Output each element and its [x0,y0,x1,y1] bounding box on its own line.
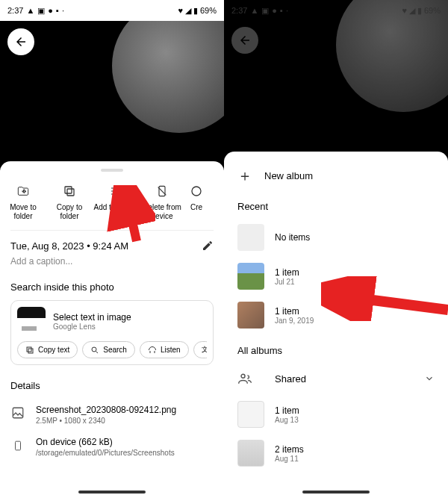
album-thumb [237,302,264,329]
status-more: · [286,6,288,15]
album-item[interactable]: 1 item Aug 13 [224,395,448,434]
action-delete-from-device[interactable]: Delete from device [139,184,185,221]
action-copy-to-folder[interactable]: Copy to folder [46,184,93,221]
action-label: Move to folder [0,203,46,221]
album-item[interactable]: 1 item Jul 21 [224,257,448,296]
album-item[interactable]: 1 item Jan 9, 2019 [224,296,448,334]
battery-icon: ▮ [417,6,422,16]
photo-time: 9:24 AM [93,240,128,252]
status-app-icon: ▪ [280,6,283,15]
signal-icon: ◢ [185,6,191,16]
caption-input[interactable]: Add a caption... [0,255,224,277]
battery-percent: 69% [200,6,217,15]
nav-bar[interactable] [302,491,370,494]
sheet-handle[interactable] [101,169,123,172]
shared-albums-row[interactable]: Shared [224,362,448,395]
status-app-icon: ● [272,6,277,15]
status-time: 2:37 [7,6,23,15]
nav-bar[interactable] [78,491,146,494]
device-path: /storage/emulated/0/Pictures/Screenshots [36,449,175,457]
album-date: Jul 21 [275,278,299,286]
photo-viewer[interactable] [0,21,224,170]
photo-date: Tue, Aug 8, 2023 [10,240,84,252]
svg-rect-8 [16,441,21,450]
bottom-sheet: Move to folder Copy to folder Add to alb… [0,161,224,495]
svg-point-3 [192,187,201,196]
album-thumb [237,263,264,290]
lens-select-text[interactable]: Select text in image Google Lens [17,307,207,335]
plus-icon: ＋ [237,168,252,183]
album-title: 1 item [275,306,314,317]
copy-icon [63,184,76,199]
album-thumb [237,224,264,251]
signal-icon: ◢ [409,6,415,16]
action-add-to-album[interactable]: Add to album [93,184,139,221]
album-date: Jan 9, 2019 [275,317,314,325]
folder-move-icon [16,184,31,199]
search-photo-header: Search inside this photo [0,277,224,300]
modal-overlay[interactable] [224,0,448,161]
back-button[interactable] [7,28,34,55]
status-time: 2:37 [231,6,247,15]
album-thumb [237,401,264,428]
svg-rect-7 [13,408,23,418]
image-icon [10,405,25,420]
status-bar: 2:37 ▲ ▣ ● ▪ · ♥ ◢ ▮ 69% [224,0,448,21]
chip-label: Copy text [38,346,69,354]
photo-content [112,21,224,133]
new-album-button[interactable]: ＋ New album [224,161,448,190]
chip-label: Search [103,346,127,354]
svg-point-6 [92,347,96,352]
status-app-icon: ▣ [261,6,269,16]
svg-point-10 [241,374,245,378]
album-title: 1 item [275,267,299,278]
wifi-icon: ♥ [178,6,183,15]
file-meta: 2.5MP • 1080 x 2340 [36,417,176,425]
translate-icon: 文A [202,345,207,355]
status-app-icon: ▲ [250,6,258,15]
action-label: Delete from device [139,203,185,221]
lens-chips: Copy text Search Listen 文A T [17,341,207,358]
status-app-icon: ● [48,6,53,15]
svg-rect-0 [67,189,74,196]
battery-percent: 69% [424,6,441,15]
playlist-add-icon [108,184,123,199]
chip-copy-text[interactable]: Copy text [17,341,78,358]
status-app-icon: ▲ [26,6,34,15]
detail-device: On device (662 kB) /storage/emulated/0/P… [0,431,224,463]
chip-search[interactable]: Search [82,341,135,358]
arrow-left-icon [14,35,28,49]
chip-translate[interactable]: 文A T [193,341,207,358]
status-bar: 2:37 ▲ ▣ ● ▪ · ♥ ◢ ▮ 69% [0,0,224,21]
chevron-down-icon [424,373,435,384]
action-label: Copy to folder [46,203,93,221]
edit-date-button[interactable] [202,240,214,252]
battery-icon: ▮ [193,6,198,16]
chip-listen[interactable]: Listen [140,341,189,358]
date-row: Tue, Aug 8, 2023 • 9:24 AM [0,231,224,255]
file-name: Screenshot_20230808-092412.png [36,405,176,415]
action-create[interactable]: Cre [185,184,208,221]
action-row: Move to folder Copy to folder Add to alb… [0,179,224,230]
album-title: 2 items [275,444,304,455]
action-label: Add to album [94,203,138,212]
shared-label: Shared [275,373,306,385]
svg-rect-4 [28,349,33,353]
lens-card: Select text in image Google Lens Copy te… [10,300,214,365]
album-item[interactable]: 2 items Aug 11 [224,434,448,473]
lens-subtitle: Google Lens [53,323,131,331]
album-title: No items [275,232,310,243]
status-app-icon: ▪ [56,6,59,15]
all-albums-header: All albums [224,334,448,362]
people-icon [237,371,264,386]
album-date: Aug 13 [275,416,299,424]
listen-icon [148,346,157,355]
status-more: · [62,6,64,15]
lens-thumbnail [17,307,46,335]
recent-header: Recent [224,190,448,218]
status-app-icon: ▣ [37,6,45,16]
album-item-empty[interactable]: No items [224,218,448,257]
album-date: Aug 11 [275,455,304,463]
action-move-to-folder[interactable]: Move to folder [0,184,46,221]
wifi-icon: ♥ [402,6,407,15]
